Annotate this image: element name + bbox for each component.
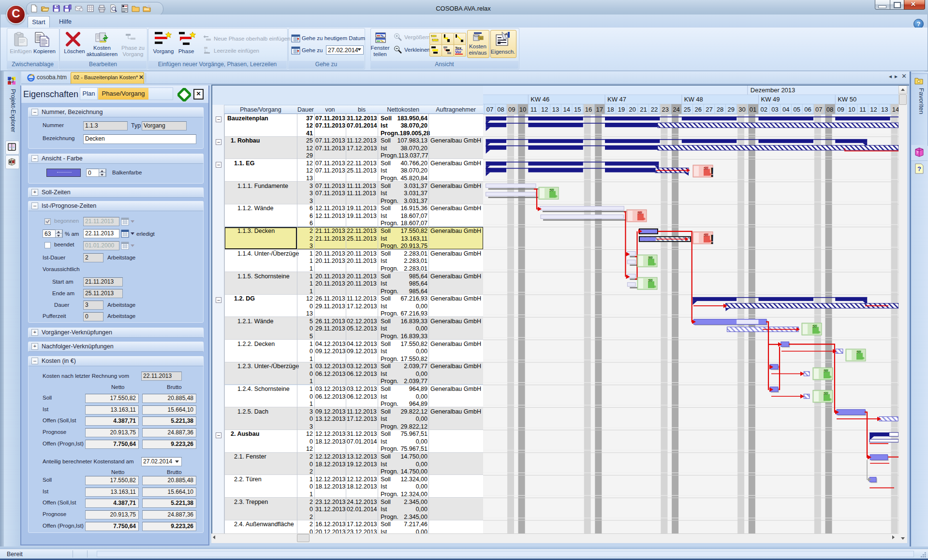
svg-text:50: 50 xyxy=(549,188,554,192)
svg-text:50: 50 xyxy=(856,350,861,354)
svg-text:06: 06 xyxy=(804,106,811,113)
svg-text:30: 30 xyxy=(738,106,745,113)
svg-text:KW 50: KW 50 xyxy=(838,96,856,103)
svg-text:10: 10 xyxy=(848,106,855,113)
svg-text:50: 50 xyxy=(704,233,708,237)
svg-text:16: 16 xyxy=(585,106,592,113)
svg-text:50: 50 xyxy=(824,369,828,373)
svg-text:08: 08 xyxy=(826,106,833,113)
svg-text:23: 23 xyxy=(662,106,668,113)
svg-text:04: 04 xyxy=(782,106,789,113)
svg-text:KW 46: KW 46 xyxy=(530,96,549,103)
svg-text:21: 21 xyxy=(640,106,647,113)
svg-text:50: 50 xyxy=(637,211,642,215)
svg-text:09: 09 xyxy=(508,106,515,113)
svg-text:14: 14 xyxy=(563,106,570,113)
svg-text:10: 10 xyxy=(519,106,526,113)
svg-text:05: 05 xyxy=(794,106,800,113)
svg-text:KW 47: KW 47 xyxy=(607,96,626,103)
svg-text:07: 07 xyxy=(486,106,493,113)
svg-text:20: 20 xyxy=(629,106,635,113)
svg-text:50: 50 xyxy=(648,256,652,260)
svg-text:11: 11 xyxy=(530,106,537,113)
svg-text:17: 17 xyxy=(596,106,603,113)
svg-text:!: ! xyxy=(710,165,714,180)
svg-text:Vor: Vor xyxy=(455,50,461,54)
svg-text:?: ? xyxy=(916,151,918,154)
svg-text:09: 09 xyxy=(837,106,844,113)
svg-text:50: 50 xyxy=(824,391,828,396)
svg-text:24: 24 xyxy=(673,106,679,113)
svg-text:08: 08 xyxy=(497,106,504,113)
svg-text:07: 07 xyxy=(815,106,822,113)
svg-text:50: 50 xyxy=(704,166,708,171)
svg-text:28: 28 xyxy=(717,106,723,113)
svg-text:Dezember 2013: Dezember 2013 xyxy=(751,86,795,94)
svg-text:29: 29 xyxy=(728,106,735,113)
svg-text:02: 02 xyxy=(761,106,767,113)
svg-text:50: 50 xyxy=(479,37,483,40)
svg-text:50: 50 xyxy=(648,278,652,283)
svg-text:KW 49: KW 49 xyxy=(761,96,780,103)
svg-text:13: 13 xyxy=(881,106,888,113)
svg-text:26: 26 xyxy=(695,106,702,113)
svg-text:03: 03 xyxy=(771,106,778,113)
svg-text:27: 27 xyxy=(706,106,712,113)
svg-text:11: 11 xyxy=(859,106,866,113)
svg-text:19: 19 xyxy=(618,106,625,113)
svg-text:18: 18 xyxy=(607,106,614,113)
svg-text:?: ? xyxy=(917,165,921,172)
svg-text:12: 12 xyxy=(541,106,548,113)
svg-text:13: 13 xyxy=(552,106,559,113)
svg-text:15: 15 xyxy=(574,106,581,113)
svg-text:22: 22 xyxy=(651,106,658,113)
svg-text:14: 14 xyxy=(892,106,899,113)
svg-text:!: ! xyxy=(710,232,714,247)
svg-text:12: 12 xyxy=(870,106,877,113)
svg-text:50: 50 xyxy=(812,324,817,329)
svg-text:25: 25 xyxy=(684,106,691,113)
svg-text:KW 48: KW 48 xyxy=(684,96,703,103)
svg-text:01: 01 xyxy=(750,106,756,113)
